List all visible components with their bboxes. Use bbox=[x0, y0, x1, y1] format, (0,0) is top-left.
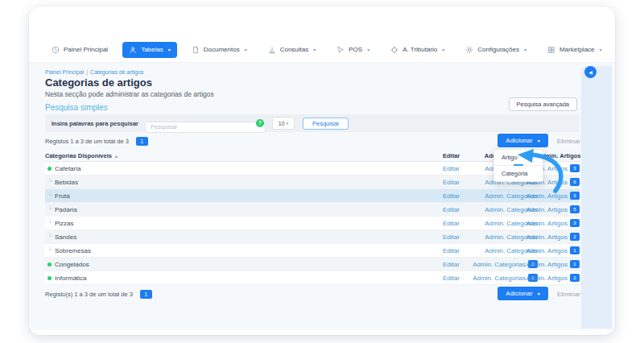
edit-link[interactable]: Editar bbox=[443, 165, 460, 172]
table-row: Congelados Editar Admin. Categorias 2 Ad… bbox=[45, 258, 580, 271]
admin-articles-link[interactable]: Admin. Artigos bbox=[526, 233, 568, 241]
edit-link[interactable]: Editar bbox=[443, 179, 460, 186]
category-name: Sobremesas bbox=[55, 247, 91, 254]
nav-item-a-tributario[interactable]: A. Tributário ▾ bbox=[384, 42, 451, 58]
nav-item-consultas[interactable]: Consultas ▾ bbox=[262, 42, 323, 58]
nav-item-documentos[interactable]: Documentos ▾ bbox=[185, 42, 254, 58]
nav-item-configuracoes[interactable]: Configurações ▾ bbox=[459, 42, 533, 58]
admin-categories-link[interactable]: Admin. Categorias bbox=[473, 275, 526, 282]
articles-count-badge: 3 bbox=[570, 192, 580, 200]
active-category-icon bbox=[47, 262, 52, 267]
category-name-cell: Informática bbox=[45, 275, 443, 282]
search-input[interactable] bbox=[145, 122, 266, 133]
records-summary-text: Registos 1 a 3 de um total de 3 bbox=[45, 138, 129, 145]
delete-button-top[interactable]: Eliminar bbox=[557, 138, 580, 145]
chevron-down-icon: ▾ bbox=[600, 47, 602, 52]
advanced-search-button[interactable]: Pesquisa avançada bbox=[509, 97, 577, 111]
edit-link[interactable]: Editar bbox=[443, 220, 460, 227]
delete-button-bottom[interactable]: Eliminar bbox=[557, 291, 580, 298]
subcategory-icon: └ bbox=[45, 179, 55, 184]
page-number-badge[interactable]: 1 bbox=[136, 137, 148, 146]
active-category-icon bbox=[47, 276, 52, 280]
page-size-value: 10 bbox=[279, 121, 285, 126]
nav-item-marketplace[interactable]: Marketplace ▾ bbox=[541, 42, 609, 58]
admin-articles-link[interactable]: Admin. Artigos bbox=[526, 220, 568, 227]
grid-icon bbox=[547, 46, 555, 54]
records-summary-top: Registos 1 a 3 de um total de 3 1 bbox=[45, 137, 148, 146]
search-help-icon[interactable]: ? bbox=[256, 119, 264, 127]
table-row: └ Padaria Editar Admin. Categorias Admin… bbox=[45, 203, 580, 217]
articles-count-badge: 1 bbox=[570, 260, 580, 268]
chevron-down-icon: ▾ bbox=[168, 47, 171, 52]
category-name: Pizzas bbox=[55, 220, 74, 227]
add-button-top[interactable]: Adicionar ▾ bbox=[497, 134, 548, 147]
category-name: Informática bbox=[55, 275, 87, 282]
admin-categories-link[interactable]: Admin. Categorias bbox=[473, 261, 526, 268]
search-label: Insira palavras para pesquisar bbox=[52, 120, 138, 127]
edit-link[interactable]: Editar bbox=[443, 275, 460, 282]
category-name-cell: └ Sobremesas bbox=[45, 247, 443, 254]
articles-count-badge: 1 bbox=[570, 246, 580, 254]
column-header-admin-articles: Admin. Artigos bbox=[538, 152, 580, 159]
nav-item-label: Documentos bbox=[204, 46, 240, 53]
search-button[interactable]: Pesquisar bbox=[303, 118, 349, 130]
gear-icon bbox=[465, 46, 473, 54]
admin-articles-link[interactable]: Admin. Artigos bbox=[526, 247, 568, 254]
column-header-categories[interactable]: Categorias Disponíveis ▴ bbox=[45, 152, 443, 159]
records-summary-text: Registo(s) 1 a 3 de um total de 3 bbox=[45, 291, 133, 298]
pointer-icon bbox=[336, 46, 345, 54]
breadcrumb-current: Categorias de artigos bbox=[90, 69, 144, 75]
subcategory-icon: └ bbox=[45, 192, 55, 198]
edit-link[interactable]: Editar bbox=[443, 192, 460, 200]
table-row: └ Pizzas Editar Admin. Categorias Admin.… bbox=[45, 217, 580, 230]
nav-item-label: Configurações bbox=[477, 46, 519, 53]
side-panel-strip bbox=[581, 66, 612, 329]
edit-link[interactable]: Editar bbox=[443, 206, 460, 213]
table-row: └ Fruta Editar Admin. Categorias Admin. … bbox=[45, 189, 580, 203]
add-dropdown-menu: Artigo Categoria bbox=[493, 149, 543, 182]
page-number-badge[interactable]: 1 bbox=[140, 290, 152, 299]
menu-item-artigo[interactable]: Artigo bbox=[494, 150, 543, 165]
breadcrumb: Painel Principal|Categorias de artigos bbox=[45, 69, 144, 75]
sort-ascending-icon: ▴ bbox=[115, 153, 118, 159]
add-button-bottom[interactable]: Adicionar ▾ bbox=[497, 287, 548, 300]
nav-item-label: Consultas bbox=[280, 46, 309, 53]
nav-item-pos[interactable]: POS ▾ bbox=[330, 42, 376, 58]
nav-item-label: Marketplace bbox=[559, 46, 595, 53]
admin-articles-link[interactable]: Admin. Artigos bbox=[526, 206, 568, 213]
category-name-cell: └ Padaria bbox=[45, 206, 443, 213]
page-size-select[interactable]: 10 ▾ bbox=[272, 117, 295, 130]
table-row: Informática Editar Admin. Categorias 1 A… bbox=[45, 271, 580, 285]
category-name-cell: Congelados bbox=[45, 261, 443, 268]
category-name: Congelados bbox=[55, 261, 89, 268]
add-button-label: Adicionar bbox=[506, 137, 532, 144]
breadcrumb-home-link[interactable]: Painel Principal bbox=[45, 69, 84, 75]
person-icon bbox=[129, 46, 137, 54]
app-window: Painel Principal Tabelas ▾ Documentos ▾ … bbox=[29, 6, 615, 335]
active-category-icon bbox=[47, 167, 52, 171]
nav-item-painel-principal[interactable]: Painel Principal bbox=[45, 42, 114, 58]
articles-count-badge: 2 bbox=[570, 233, 580, 241]
subcategory-icon: └ bbox=[45, 247, 55, 253]
table-row: └ Sandes Editar Admin. Categorias Admin.… bbox=[45, 230, 580, 244]
nav-item-label: A. Tributário bbox=[402, 46, 437, 53]
records-summary-bottom: Registo(s) 1 a 3 de um total de 3 1 bbox=[45, 290, 152, 299]
edit-link[interactable]: Editar bbox=[443, 261, 460, 268]
nav-item-label: POS bbox=[349, 46, 362, 53]
column-header-edit: Editar bbox=[443, 152, 475, 159]
nav-item-label: Painel Principal bbox=[64, 46, 108, 53]
subcategory-icon: └ bbox=[45, 206, 55, 212]
menu-item-categoria[interactable]: Categoria bbox=[494, 166, 543, 181]
edit-link[interactable]: Editar bbox=[443, 247, 460, 254]
edit-link[interactable]: Editar bbox=[443, 233, 460, 241]
admin-articles-link[interactable]: Admin. Artigos bbox=[526, 261, 568, 268]
document-icon bbox=[192, 46, 200, 54]
collapse-panel-button[interactable]: ◀ bbox=[584, 66, 597, 78]
chevron-down-icon: ▾ bbox=[313, 47, 316, 52]
nav-item-tabelas[interactable]: Tabelas ▾ bbox=[122, 42, 177, 58]
add-button-label: Adicionar bbox=[506, 290, 532, 297]
category-name-cell: └ Pizzas bbox=[45, 220, 443, 227]
admin-articles-link[interactable]: Admin. Artigos bbox=[526, 275, 568, 282]
admin-articles-link[interactable]: Admin. Artigos bbox=[526, 192, 568, 200]
chevron-down-icon: ▾ bbox=[367, 47, 369, 52]
